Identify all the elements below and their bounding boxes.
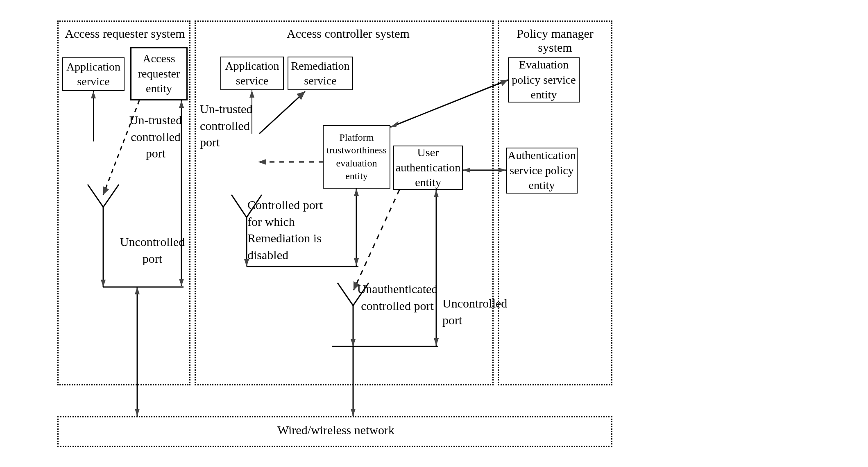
svg-marker-12 (354, 258, 359, 266)
svg-marker-10 (244, 259, 249, 267)
svg-marker-7 (249, 90, 254, 98)
svg-marker-9 (258, 159, 266, 165)
svg-marker-18 (390, 121, 399, 127)
svg-marker-2 (101, 280, 106, 287)
svg-marker-14 (351, 339, 356, 346)
svg-marker-20 (463, 168, 470, 173)
svg-marker-17 (351, 409, 356, 416)
svg-marker-19 (500, 80, 508, 86)
svg-marker-5 (135, 287, 140, 294)
svg-marker-16 (434, 338, 439, 346)
svg-marker-15 (434, 190, 439, 197)
svg-marker-11 (354, 189, 359, 196)
diagram-connections (57, 21, 631, 455)
svg-marker-0 (91, 91, 96, 98)
svg-marker-4 (179, 279, 184, 286)
svg-marker-6 (135, 409, 140, 416)
svg-marker-21 (499, 168, 506, 173)
svg-marker-3 (179, 100, 184, 108)
